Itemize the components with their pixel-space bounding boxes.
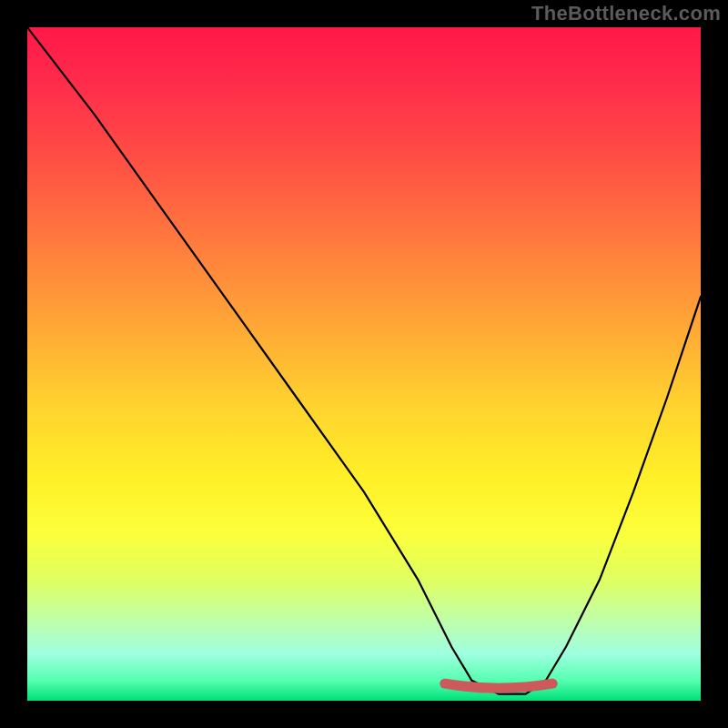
chart-frame: TheBottleneck.com (0, 0, 728, 728)
watermark-text: TheBottleneck.com (531, 2, 721, 25)
marker-band (445, 683, 552, 688)
curve-layer (27, 27, 701, 701)
plot-area (27, 27, 701, 701)
bottleneck-curve (27, 27, 701, 694)
